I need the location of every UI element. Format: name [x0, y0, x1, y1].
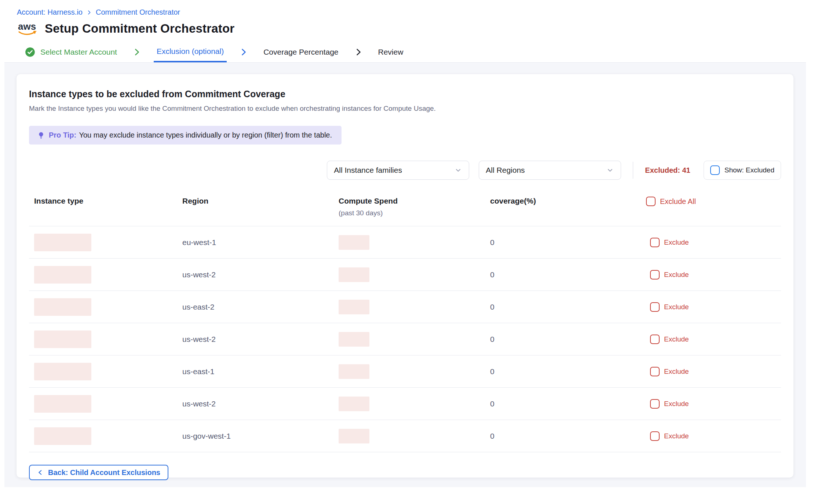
- exclude-checkbox[interactable]: [650, 399, 660, 409]
- exclude-control[interactable]: Exclude: [646, 270, 781, 280]
- redacted-compute-spend: [339, 364, 369, 379]
- table-row: us-west-2 0 Exclude: [29, 388, 781, 420]
- region-cell: us-gov-west-1: [182, 432, 339, 441]
- step-review[interactable]: Review: [375, 41, 406, 62]
- redacted-instance-type: [34, 363, 91, 380]
- exclude-checkbox[interactable]: [650, 302, 660, 312]
- region-cell: us-west-2: [182, 399, 339, 408]
- coverage-cell: 0: [490, 432, 646, 441]
- col-header-compute-spend: Compute Spend (past 30 days): [339, 197, 490, 217]
- exclude-checkbox[interactable]: [650, 431, 660, 441]
- panel-subheading: Mark the Instance types you would like t…: [29, 105, 781, 113]
- exclude-control[interactable]: Exclude: [646, 431, 781, 441]
- redacted-compute-spend: [339, 429, 369, 443]
- exclude-control[interactable]: Exclude: [646, 302, 781, 312]
- exclude-checkbox[interactable]: [650, 270, 660, 280]
- svg-text:aws: aws: [18, 21, 36, 32]
- redacted-instance-type: [34, 427, 91, 445]
- regions-value: All Regions: [486, 166, 525, 175]
- coverage-cell: 0: [490, 303, 646, 311]
- exclude-control[interactable]: Exclude: [646, 399, 781, 409]
- exclude-all-label: Exclude All: [660, 197, 696, 206]
- coverage-cell: 0: [490, 367, 646, 376]
- lightbulb-icon: [37, 131, 45, 139]
- panel-heading: Instance types to be excluded from Commi…: [29, 89, 781, 99]
- back-button-label: Back: Child Account Exclusions: [48, 468, 160, 477]
- redacted-compute-spend: [339, 332, 369, 347]
- coverage-cell: 0: [490, 270, 646, 279]
- exclude-checkbox[interactable]: [650, 238, 660, 247]
- excluded-count-badge: Excluded: 41: [645, 166, 690, 175]
- exclude-all-checkbox[interactable]: [646, 197, 656, 206]
- table-row: us-east-2 0 Exclude: [29, 291, 781, 323]
- regions-select[interactable]: All Regions: [479, 161, 621, 180]
- table-row: us-west-2 0 Exclude: [29, 323, 781, 355]
- table-header-row: Instance type Region Compute Spend (past…: [29, 194, 781, 226]
- redacted-instance-type: [34, 266, 91, 284]
- table-row: eu-west-1 0 Exclude: [29, 226, 781, 259]
- exclude-label: Exclude: [664, 335, 689, 343]
- page-title: Setup Commitment Orchestrator: [45, 22, 234, 36]
- col-header-compute-spend-sub: (past 30 days): [339, 209, 490, 217]
- app-header: Account: Harness.io Commitment Orchestra…: [0, 0, 821, 41]
- exclude-all-control[interactable]: Exclude All: [646, 197, 781, 206]
- chevron-left-icon: [37, 469, 44, 476]
- footer-actions: Back: Child Account Exclusions: [29, 465, 781, 480]
- exclusion-panel: Instance types to be excluded from Commi…: [17, 74, 793, 478]
- pro-tip-text: You may exclude instance types individua…: [79, 131, 332, 139]
- table-row: us-east-1 0 Exclude: [29, 355, 781, 388]
- exclude-checkbox[interactable]: [650, 335, 660, 344]
- breadcrumb-account-link[interactable]: Account: Harness.io: [17, 8, 83, 17]
- back-button[interactable]: Back: Child Account Exclusions: [29, 465, 168, 480]
- redacted-instance-type: [34, 330, 91, 348]
- redacted-instance-type: [34, 298, 91, 316]
- redacted-compute-spend: [339, 397, 369, 411]
- col-header-instance-type: Instance type: [34, 197, 182, 205]
- exclude-label: Exclude: [664, 271, 689, 279]
- col-header-region: Region: [182, 197, 339, 205]
- table-row: us-gov-west-1 0 Exclude: [29, 420, 781, 452]
- exclude-checkbox[interactable]: [650, 367, 660, 376]
- chevron-right-icon: [239, 41, 248, 62]
- show-excluded-label: Show: Excluded: [725, 166, 774, 174]
- chevron-right-icon: [132, 41, 141, 62]
- table-body: eu-west-1 0 Exclude us-west-2 0: [29, 226, 781, 452]
- show-excluded-toggle[interactable]: Show: Excluded: [704, 161, 781, 180]
- region-cell: us-east-1: [182, 367, 339, 376]
- exclude-control[interactable]: Exclude: [646, 238, 781, 247]
- instance-families-select[interactable]: All Instance families: [327, 161, 469, 180]
- redacted-compute-spend: [339, 267, 369, 282]
- breadcrumb-page-link[interactable]: Commitment Orchestrator: [96, 8, 180, 17]
- title-row: aws Setup Commitment Orchestrator: [17, 21, 821, 41]
- table-row: us-west-2 0 Exclude: [29, 259, 781, 291]
- breadcrumb-chevron-icon: [86, 10, 92, 15]
- region-cell: us-west-2: [182, 270, 339, 279]
- exclude-control[interactable]: Exclude: [646, 335, 781, 344]
- breadcrumb: Account: Harness.io Commitment Orchestra…: [17, 8, 821, 17]
- exclude-label: Exclude: [664, 238, 689, 246]
- chevron-down-icon: [606, 166, 614, 174]
- exclude-label: Exclude: [664, 432, 689, 440]
- col-header-coverage: coverage(%): [490, 197, 646, 205]
- coverage-cell: 0: [490, 238, 646, 247]
- aws-logo-icon: aws: [17, 21, 38, 36]
- coverage-cell: 0: [490, 399, 646, 408]
- check-circle-icon: [25, 47, 35, 57]
- show-excluded-checkbox[interactable]: [710, 165, 720, 175]
- exclude-label: Exclude: [664, 400, 689, 408]
- exclude-label: Exclude: [664, 303, 689, 311]
- wizard-stepper: Select Master Account Exclusion (optiona…: [4, 41, 806, 63]
- step-exclusion-optional[interactable]: Exclusion (optional): [154, 41, 227, 62]
- pro-tip-label: Pro Tip:: [49, 131, 76, 139]
- step-select-master-account[interactable]: Select Master Account: [22, 41, 120, 62]
- page-body: Instance types to be excluded from Commi…: [4, 63, 806, 487]
- redacted-compute-spend: [339, 235, 369, 250]
- exclude-control[interactable]: Exclude: [646, 367, 781, 376]
- coverage-cell: 0: [490, 335, 646, 344]
- step-coverage-percentage[interactable]: Coverage Percentage: [260, 41, 341, 62]
- redacted-instance-type: [34, 395, 91, 413]
- step-label: Exclusion (optional): [157, 47, 224, 56]
- filters-row: All Instance families All Regions Exclud…: [29, 161, 781, 180]
- instance-families-value: All Instance families: [334, 166, 402, 175]
- pro-tip-banner: Pro Tip: You may exclude instance types …: [29, 126, 342, 145]
